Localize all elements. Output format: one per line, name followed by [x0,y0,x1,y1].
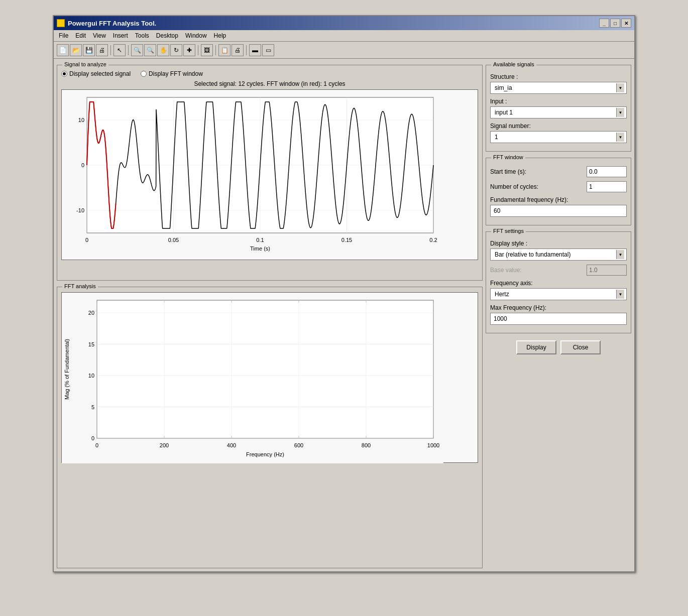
open-button[interactable]: 📂 [70,44,82,56]
insert-colorbar-button[interactable]: 🖼 [201,44,213,56]
signal-controls: Display selected signal Display FFT wind… [61,70,478,77]
menu-edit[interactable]: Edit [72,31,89,40]
signal-number-field-row: Signal number: 1 ▼ [490,122,627,143]
input-label: Input : [490,98,627,105]
radio-selected-circle [61,71,67,77]
zoom-out-button[interactable]: 🔍 [144,44,156,56]
separator-4 [215,45,216,55]
display-style-field-row: Display style : Bar (relative to fundame… [490,240,627,261]
num-cycles-input[interactable] [587,181,627,192]
title-bar: ⚡ Powergui FFT Analysis Tool. _ □ ✕ [54,16,634,30]
menu-window[interactable]: Window [182,31,210,40]
fft-analysis-group: FFT analysis [57,287,483,568]
fft-settings-title: FFT settings [491,228,526,234]
cursor-button[interactable]: ↖ [113,44,126,56]
radio-fft-circle [141,71,147,77]
fund-freq-label: Fundamental frequency (Hz): [490,196,627,203]
page-setup-button[interactable]: 📋 [218,44,231,56]
action-buttons: Display Close [486,336,631,358]
structure-field-row: Structure : sim_ia ▼ [490,73,627,94]
data-cursor-button[interactable]: ✚ [183,44,195,56]
minimize-button[interactable]: _ [599,19,609,28]
freq-axis-arrow: ▼ [616,290,624,299]
start-time-input[interactable] [587,166,627,177]
start-time-label: Start time (s): [490,168,583,175]
signal-to-analyze-group: Signal to analyze Display selected signa… [57,65,483,281]
menu-help[interactable]: Help [211,31,230,40]
menu-insert[interactable]: Insert [110,31,131,40]
separator-2 [128,45,129,55]
input-dropdown-arrow: ▼ [616,108,624,117]
fft-chart-container [61,292,478,463]
max-freq-field-row: Max Frequency (Hz): [490,304,627,325]
fft-window-title: FFT window [491,154,525,160]
start-time-field: Start time (s): [490,166,627,177]
radio-fft-label: Display FFT window [149,70,203,77]
signal-number-value: 1 [493,134,616,141]
save-button[interactable]: 💾 [83,44,95,56]
base-value-input [587,265,627,276]
toggle-figure-button[interactable]: ▬ [249,44,261,56]
pan-button[interactable]: ✋ [157,44,169,56]
structure-dropdown-arrow: ▼ [616,83,624,92]
new-button[interactable]: 📄 [57,44,69,56]
num-cycles-field: Number of cycles: [490,181,627,192]
radio-selected-label: Display selected signal [69,70,131,77]
display-style-value: Bar (relative to fundamental) [493,251,616,258]
structure-value: sim_ia [493,84,616,91]
toggle-grid-button[interactable]: ▭ [262,44,274,56]
freq-axis-select[interactable]: Hertz ▼ [490,288,627,300]
fft-settings-group: FFT settings Display style : Bar (relati… [486,231,631,333]
right-panel: Available signals Structure : sim_ia ▼ I… [486,62,631,568]
freq-axis-value: Hertz [493,291,616,298]
max-freq-label: Max Frequency (Hz): [490,304,627,311]
menu-tools[interactable]: Tools [132,31,152,40]
fund-freq-input[interactable] [490,205,627,217]
signal-number-select[interactable]: 1 ▼ [490,131,627,143]
print-button[interactable]: 🖨 [96,44,108,56]
fft-window-group: FFT window Start time (s): Number of cyc… [486,158,631,225]
menubar: File Edit View Insert Tools Desktop Wind… [54,30,634,42]
app-icon: ⚡ [57,19,65,27]
print-preview-button[interactable]: 🖨 [232,44,244,56]
display-button[interactable]: Display [516,340,556,354]
num-cycles-label: Number of cycles: [490,183,583,190]
separator-5 [246,45,247,55]
signal-group-title: Signal to analyze [62,61,108,67]
input-value: input 1 [493,109,616,116]
maximize-button[interactable]: □ [610,19,620,28]
available-signals-group: Available signals Structure : sim_ia ▼ I… [486,65,631,152]
structure-select[interactable]: sim_ia ▼ [490,82,627,94]
close-button[interactable]: Close [560,340,601,354]
freq-axis-label: Frequency axis: [490,280,627,287]
title-bar-left: ⚡ Powergui FFT Analysis Tool. [57,19,156,27]
menu-view[interactable]: View [90,31,109,40]
available-signals-title: Available signals [491,61,536,67]
main-window: ⚡ Powergui FFT Analysis Tool. _ □ ✕ File… [53,15,635,572]
zoom-in-button[interactable]: 🔍 [131,44,143,56]
structure-label: Structure : [490,73,627,80]
display-style-label: Display style : [490,240,627,247]
signal-number-label: Signal number: [490,122,627,130]
left-panel: Signal to analyze Display selected signa… [57,62,483,568]
rotate-button[interactable]: ↻ [170,44,182,56]
radio-display-selected[interactable]: Display selected signal [61,70,131,77]
display-style-select[interactable]: Bar (relative to fundamental) ▼ [490,249,627,261]
base-value-field: Base value: [490,265,627,276]
input-select[interactable]: input 1 ▼ [490,106,627,118]
menu-file[interactable]: File [56,31,71,40]
signal-chart-container [61,89,478,260]
base-value-label: Base value: [490,267,583,274]
separator-1 [110,45,111,55]
max-freq-input[interactable] [490,313,627,325]
signal-chart-title: Selected signal: 12 cycles. FFT window (… [61,80,478,87]
menu-desktop[interactable]: Desktop [153,31,181,40]
toolbar: 📄 📂 💾 🖨 ↖ 🔍 🔍 ✋ ↻ ✚ 🖼 📋 🖨 ▬ ▭ [54,42,634,59]
freq-axis-field-row: Frequency axis: Hertz ▼ [490,280,627,300]
close-button[interactable]: ✕ [621,19,631,28]
radio-selected-dot [63,72,66,75]
window-title: Powergui FFT Analysis Tool. [68,20,156,27]
radio-display-fft[interactable]: Display FFT window [141,70,203,77]
fft-group-title: FFT analysis [62,283,98,289]
fund-freq-field-row: Fundamental frequency (Hz): [490,196,627,217]
